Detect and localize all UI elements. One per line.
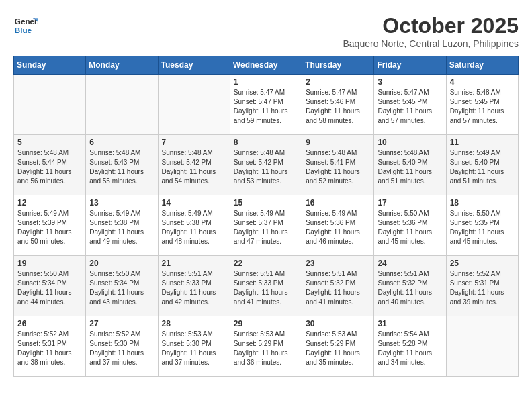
calendar-week-4: 19Sunrise: 5:50 AM Sunset: 5:34 PM Dayli… bbox=[14, 256, 519, 316]
calendar-cell bbox=[14, 75, 86, 135]
day-info: Sunrise: 5:47 AM Sunset: 5:46 PM Dayligh… bbox=[306, 88, 370, 126]
day-info: Sunrise: 5:49 AM Sunset: 5:40 PM Dayligh… bbox=[450, 148, 515, 186]
svg-text:Blue: Blue bbox=[15, 26, 32, 34]
day-info: Sunrise: 5:48 AM Sunset: 5:43 PM Dayligh… bbox=[89, 148, 154, 186]
day-info: Sunrise: 5:49 AM Sunset: 5:38 PM Dayligh… bbox=[89, 209, 154, 246]
day-number: 2 bbox=[306, 77, 370, 87]
day-number: 3 bbox=[378, 77, 442, 87]
day-number: 21 bbox=[162, 259, 226, 268]
day-number: 27 bbox=[89, 319, 154, 328]
calendar-body: 1Sunrise: 5:47 AM Sunset: 5:47 PM Daylig… bbox=[14, 75, 519, 377]
calendar-cell: 9Sunrise: 5:48 AM Sunset: 5:41 PM Daylig… bbox=[302, 135, 374, 195]
calendar-cell bbox=[446, 316, 518, 377]
calendar-week-1: 1Sunrise: 5:47 AM Sunset: 5:47 PM Daylig… bbox=[14, 75, 519, 135]
day-number: 22 bbox=[234, 259, 298, 268]
calendar-cell: 22Sunrise: 5:51 AM Sunset: 5:33 PM Dayli… bbox=[230, 256, 302, 316]
day-info: Sunrise: 5:49 AM Sunset: 5:38 PM Dayligh… bbox=[162, 209, 226, 246]
day-info: Sunrise: 5:47 AM Sunset: 5:47 PM Dayligh… bbox=[234, 88, 298, 126]
calendar-cell: 5Sunrise: 5:48 AM Sunset: 5:44 PM Daylig… bbox=[14, 135, 86, 195]
calendar-cell: 18Sunrise: 5:50 AM Sunset: 5:35 PM Dayli… bbox=[446, 195, 518, 256]
calendar-cell: 20Sunrise: 5:50 AM Sunset: 5:34 PM Dayli… bbox=[86, 256, 158, 316]
day-info: Sunrise: 5:48 AM Sunset: 5:41 PM Dayligh… bbox=[306, 148, 370, 186]
day-number: 28 bbox=[162, 319, 226, 328]
day-number: 1 bbox=[234, 77, 298, 87]
day-number: 26 bbox=[17, 319, 82, 328]
calendar-cell bbox=[86, 75, 158, 135]
calendar-cell: 24Sunrise: 5:51 AM Sunset: 5:32 PM Dayli… bbox=[374, 256, 446, 316]
calendar-cell: 23Sunrise: 5:51 AM Sunset: 5:32 PM Dayli… bbox=[302, 256, 374, 316]
day-number: 23 bbox=[306, 259, 370, 268]
calendar-cell: 8Sunrise: 5:48 AM Sunset: 5:42 PM Daylig… bbox=[230, 135, 302, 195]
day-info: Sunrise: 5:53 AM Sunset: 5:29 PM Dayligh… bbox=[234, 330, 298, 367]
logo: General Blue bbox=[13, 13, 38, 38]
column-header-sunday: Sunday bbox=[14, 56, 86, 75]
day-info: Sunrise: 5:50 AM Sunset: 5:34 PM Dayligh… bbox=[17, 269, 82, 307]
column-header-friday: Friday bbox=[374, 56, 446, 75]
day-info: Sunrise: 5:53 AM Sunset: 5:30 PM Dayligh… bbox=[162, 330, 226, 367]
location-subtitle: Baquero Norte, Central Luzon, Philippine… bbox=[343, 38, 519, 49]
day-info: Sunrise: 5:53 AM Sunset: 5:29 PM Dayligh… bbox=[306, 330, 370, 367]
calendar-cell: 14Sunrise: 5:49 AM Sunset: 5:38 PM Dayli… bbox=[158, 195, 230, 256]
day-number: 30 bbox=[306, 319, 370, 328]
calendar-cell: 29Sunrise: 5:53 AM Sunset: 5:29 PM Dayli… bbox=[230, 316, 302, 377]
calendar-header-row: SundayMondayTuesdayWednesdayThursdayFrid… bbox=[14, 56, 519, 75]
day-number: 11 bbox=[450, 138, 515, 147]
calendar-cell: 1Sunrise: 5:47 AM Sunset: 5:47 PM Daylig… bbox=[230, 75, 302, 135]
calendar-cell: 17Sunrise: 5:50 AM Sunset: 5:36 PM Dayli… bbox=[374, 195, 446, 256]
calendar-cell: 19Sunrise: 5:50 AM Sunset: 5:34 PM Dayli… bbox=[14, 256, 86, 316]
calendar-cell: 15Sunrise: 5:49 AM Sunset: 5:37 PM Dayli… bbox=[230, 195, 302, 256]
day-info: Sunrise: 5:50 AM Sunset: 5:34 PM Dayligh… bbox=[89, 269, 154, 307]
calendar-cell: 10Sunrise: 5:48 AM Sunset: 5:40 PM Dayli… bbox=[374, 135, 446, 195]
calendar-cell: 30Sunrise: 5:53 AM Sunset: 5:29 PM Dayli… bbox=[302, 316, 374, 377]
column-header-tuesday: Tuesday bbox=[158, 56, 230, 75]
calendar-cell: 2Sunrise: 5:47 AM Sunset: 5:46 PM Daylig… bbox=[302, 75, 374, 135]
day-number: 7 bbox=[162, 138, 226, 147]
calendar-cell: 26Sunrise: 5:52 AM Sunset: 5:31 PM Dayli… bbox=[14, 316, 86, 377]
calendar-week-3: 12Sunrise: 5:49 AM Sunset: 5:39 PM Dayli… bbox=[14, 195, 519, 256]
day-number: 9 bbox=[306, 138, 370, 147]
logo-icon: General Blue bbox=[13, 13, 38, 38]
day-info: Sunrise: 5:49 AM Sunset: 5:37 PM Dayligh… bbox=[234, 209, 298, 246]
calendar-cell: 3Sunrise: 5:47 AM Sunset: 5:45 PM Daylig… bbox=[374, 75, 446, 135]
day-info: Sunrise: 5:48 AM Sunset: 5:40 PM Dayligh… bbox=[378, 148, 442, 186]
calendar-cell: 13Sunrise: 5:49 AM Sunset: 5:38 PM Dayli… bbox=[86, 195, 158, 256]
day-number: 5 bbox=[17, 138, 82, 147]
day-number: 15 bbox=[234, 198, 298, 208]
page-header: General Blue October 2025 Baquero Norte,… bbox=[13, 13, 519, 49]
calendar-cell: 31Sunrise: 5:54 AM Sunset: 5:28 PM Dayli… bbox=[374, 316, 446, 377]
day-number: 19 bbox=[17, 259, 82, 268]
day-info: Sunrise: 5:52 AM Sunset: 5:31 PM Dayligh… bbox=[17, 330, 82, 367]
calendar-cell: 16Sunrise: 5:49 AM Sunset: 5:36 PM Dayli… bbox=[302, 195, 374, 256]
month-title: October 2025 bbox=[343, 13, 519, 38]
day-number: 17 bbox=[378, 198, 442, 208]
day-number: 20 bbox=[89, 259, 154, 268]
day-info: Sunrise: 5:51 AM Sunset: 5:33 PM Dayligh… bbox=[162, 269, 226, 307]
svg-text:General: General bbox=[15, 17, 38, 26]
day-number: 31 bbox=[378, 319, 442, 328]
calendar-week-2: 5Sunrise: 5:48 AM Sunset: 5:44 PM Daylig… bbox=[14, 135, 519, 195]
calendar-cell: 11Sunrise: 5:49 AM Sunset: 5:40 PM Dayli… bbox=[446, 135, 518, 195]
day-info: Sunrise: 5:48 AM Sunset: 5:42 PM Dayligh… bbox=[234, 148, 298, 186]
calendar-cell: 7Sunrise: 5:48 AM Sunset: 5:42 PM Daylig… bbox=[158, 135, 230, 195]
day-info: Sunrise: 5:51 AM Sunset: 5:33 PM Dayligh… bbox=[234, 269, 298, 307]
day-number: 25 bbox=[450, 259, 515, 268]
day-info: Sunrise: 5:48 AM Sunset: 5:42 PM Dayligh… bbox=[162, 148, 226, 186]
day-number: 14 bbox=[162, 198, 226, 208]
day-number: 4 bbox=[450, 77, 515, 87]
calendar-cell: 4Sunrise: 5:48 AM Sunset: 5:45 PM Daylig… bbox=[446, 75, 518, 135]
day-info: Sunrise: 5:52 AM Sunset: 5:31 PM Dayligh… bbox=[450, 269, 515, 307]
day-info: Sunrise: 5:48 AM Sunset: 5:44 PM Dayligh… bbox=[17, 148, 82, 186]
day-info: Sunrise: 5:48 AM Sunset: 5:45 PM Dayligh… bbox=[450, 88, 515, 126]
day-number: 24 bbox=[378, 259, 442, 268]
day-info: Sunrise: 5:47 AM Sunset: 5:45 PM Dayligh… bbox=[378, 88, 442, 126]
day-info: Sunrise: 5:50 AM Sunset: 5:36 PM Dayligh… bbox=[378, 209, 442, 246]
column-header-monday: Monday bbox=[86, 56, 158, 75]
calendar-week-5: 26Sunrise: 5:52 AM Sunset: 5:31 PM Dayli… bbox=[14, 316, 519, 377]
day-info: Sunrise: 5:49 AM Sunset: 5:39 PM Dayligh… bbox=[17, 209, 82, 246]
day-number: 8 bbox=[234, 138, 298, 147]
calendar-cell bbox=[158, 75, 230, 135]
calendar-cell: 12Sunrise: 5:49 AM Sunset: 5:39 PM Dayli… bbox=[14, 195, 86, 256]
day-info: Sunrise: 5:51 AM Sunset: 5:32 PM Dayligh… bbox=[378, 269, 442, 307]
day-info: Sunrise: 5:50 AM Sunset: 5:35 PM Dayligh… bbox=[450, 209, 515, 246]
day-number: 16 bbox=[306, 198, 370, 208]
